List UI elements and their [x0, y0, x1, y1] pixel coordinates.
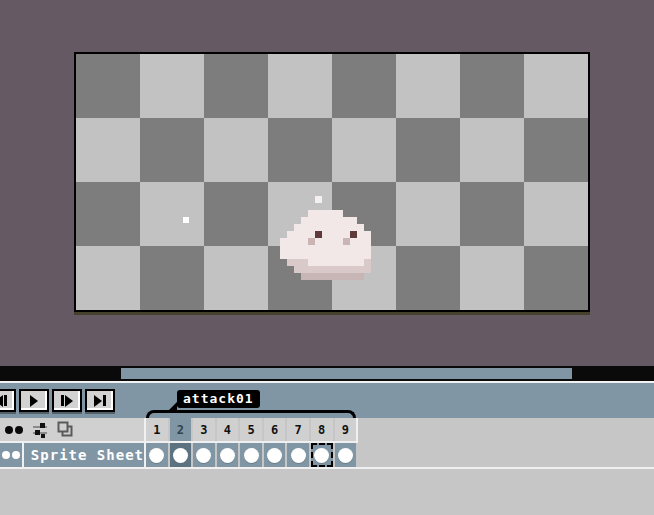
tri-right-icon	[30, 395, 38, 407]
frame-header-2[interactable]: 2	[170, 418, 192, 441]
pixel-editor-window: attack01 123456789 Sprite Sheet	[0, 0, 654, 515]
frame-header-7[interactable]: 7	[287, 418, 309, 441]
cel-content-dot	[267, 448, 282, 463]
frame-header-5[interactable]: 5	[240, 418, 262, 441]
cel-content-dot	[220, 448, 235, 463]
cel-content-dot	[338, 448, 353, 463]
tri-right-icon	[94, 395, 102, 407]
cel-frame-4[interactable]	[217, 443, 239, 467]
layer-header: Sprite Sheet	[0, 443, 146, 467]
tri-right-icon	[65, 395, 73, 407]
timeline-empty-area	[0, 469, 654, 515]
cel-frame-2[interactable]	[170, 443, 192, 467]
scrollbar-thumb[interactable]	[121, 368, 572, 379]
cel-frame-1[interactable]	[146, 443, 168, 467]
bar-icon	[61, 395, 64, 406]
layer-lock-icon	[12, 451, 20, 459]
frame-header-6[interactable]: 6	[264, 418, 286, 441]
play-button[interactable]	[19, 389, 49, 412]
cel-frame-5[interactable]	[240, 443, 262, 467]
frame-number-cells: 123456789	[146, 418, 358, 443]
overlap-frames-icon[interactable]	[57, 421, 74, 438]
tri-left-icon	[0, 395, 3, 407]
next-frame-button[interactable]	[52, 389, 82, 412]
cel-content-dot	[291, 448, 306, 463]
playback-controls	[0, 389, 115, 412]
cel-frame-9[interactable]	[335, 443, 357, 467]
layer-visibility-lock-toggles[interactable]	[0, 443, 24, 467]
frame-header-9[interactable]: 9	[335, 418, 357, 441]
timeline-toolbar: attack01	[0, 383, 654, 418]
cel-frame-3[interactable]	[193, 443, 215, 467]
sparkle	[183, 217, 189, 223]
animation-tag-label[interactable]: attack01	[177, 390, 260, 408]
frame-header-4[interactable]: 4	[217, 418, 239, 441]
frame-header-row: 123456789	[0, 418, 654, 443]
bar-icon	[103, 395, 106, 406]
frame-header-8[interactable]: 8	[311, 418, 333, 441]
timeline-horizontal-scrollbar[interactable]	[0, 366, 654, 381]
layer-eye-icon	[2, 451, 10, 459]
prev-frame-button[interactable]	[0, 389, 16, 412]
sliders-icon[interactable]	[32, 422, 48, 438]
focused-cel-outline	[311, 443, 333, 467]
cel-content-dot	[244, 448, 259, 463]
layer-name[interactable]: Sprite Sheet	[24, 447, 144, 463]
cel-content-dot	[196, 448, 211, 463]
layer-row: Sprite Sheet	[0, 443, 654, 469]
cel-frame-6[interactable]	[264, 443, 286, 467]
cel-content-dot	[173, 448, 188, 463]
layer-cel-cells	[146, 443, 356, 467]
canvas-shadow	[74, 312, 590, 315]
frame-header-1[interactable]: 1	[146, 418, 168, 441]
cel-frame-8[interactable]	[311, 443, 333, 467]
cel-frame-7[interactable]	[287, 443, 309, 467]
last-frame-button[interactable]	[85, 389, 115, 412]
visibility-dots-icon[interactable]	[5, 426, 23, 434]
cel-content-dot	[149, 448, 164, 463]
frame-header-3[interactable]: 3	[193, 418, 215, 441]
bar-icon	[4, 395, 7, 406]
timeline-header-left	[0, 418, 146, 443]
